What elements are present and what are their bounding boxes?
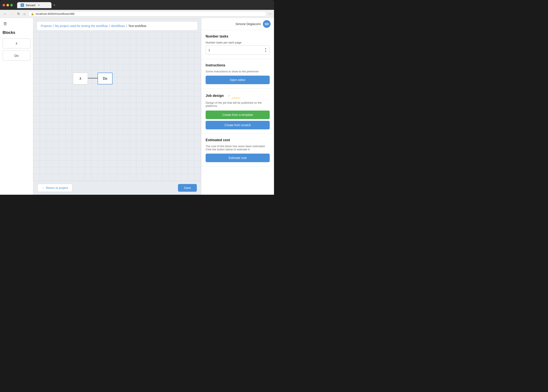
arrow-indicator: ←⎯⎯⎯ [227, 93, 240, 98]
nav-bar: ← → ↻ ⌂ 🔒 localhost:4000/#/workflows/486… [0, 10, 274, 18]
minimize-button[interactable] [7, 4, 9, 7]
user-header: Simone Degiacomi SD [201, 18, 274, 30]
number-tasks-value: 1 [208, 49, 210, 52]
breadcrumb-sep-3: / [126, 24, 127, 28]
instructions-section: Instructions Some instructions to show t… [201, 59, 274, 89]
arrow-yellow-icon: ←⎯⎯⎯ [227, 93, 240, 98]
servant-icon: ✦ [21, 3, 24, 7]
url-text: localhost:4000/#/workflows/486 [36, 12, 75, 15]
breadcrumb-sep-1: / [53, 24, 54, 28]
do-label: Do [103, 77, 107, 81]
tab-close-button[interactable]: ✕ [38, 4, 40, 7]
traffic-lights [3, 4, 13, 7]
connection-line [88, 78, 98, 78]
instructions-description: Some instructions to show to the perform… [206, 70, 270, 73]
title-bar: ✦ Servant ✕ + [0, 0, 274, 10]
user-name: Simone Degiacomi [236, 22, 261, 26]
bottom-bar: ← Return to project Save [33, 181, 201, 195]
close-button[interactable] [3, 4, 5, 7]
create-from-template-button[interactable]: Create from a template [206, 111, 270, 119]
block-do[interactable]: Do [3, 50, 30, 61]
return-to-project-button[interactable]: ← Return to project [37, 184, 72, 192]
spinner-up[interactable]: ▲ [264, 47, 267, 50]
job-design-description: Design of the job that will be published… [206, 101, 270, 107]
reload-button[interactable]: ↻ [16, 11, 21, 16]
lambda-label: λ [79, 77, 81, 81]
number-tasks-section: Number tasks Number tasks per each page … [201, 30, 274, 59]
job-design-section: Job design ←⎯⎯⎯ Design of the job that w… [201, 89, 274, 134]
estimate-cost-button[interactable]: Estimate cost [206, 154, 270, 162]
open-editor-button[interactable]: Open editor [206, 76, 270, 84]
breadcrumb: Projects / My project used for testing t… [37, 21, 198, 30]
job-design-header: Job design ←⎯⎯⎯ [206, 93, 270, 98]
home-button[interactable]: ⌂ [22, 12, 26, 16]
estimated-cost-section: Estimated cost The cost of this block ha… [201, 134, 274, 167]
job-design-title: Job design [206, 94, 224, 98]
save-button[interactable]: Save [178, 184, 197, 192]
more-button[interactable]: ··· [269, 12, 271, 16]
breadcrumb-projects[interactable]: Projects [41, 24, 52, 28]
main-canvas: Projects / My project used for testing t… [33, 18, 201, 195]
breadcrumb-workflows[interactable]: Workflows [111, 24, 125, 28]
block-lambda[interactable]: λ [3, 38, 30, 49]
app: ☰ Blocks λ Do Projects / My project used… [0, 18, 274, 195]
instructions-title: Instructions [206, 63, 270, 67]
breadcrumb-project-name[interactable]: My project used for testing the workflow [55, 24, 108, 28]
breadcrumb-current: Test workflow [128, 24, 146, 28]
estimated-cost-description: The cost of this block has never been es… [206, 145, 270, 151]
spinner-down[interactable]: ▼ [264, 50, 267, 53]
user-avatar: SD [263, 20, 271, 28]
tab-title: Servant [26, 4, 35, 7]
fullscreen-button[interactable] [10, 4, 13, 7]
right-panel: Simone Degiacomi SD Number tasks Number … [201, 18, 274, 195]
number-tasks-field-label: Number tasks per each page [206, 41, 270, 44]
nav-actions: ··· [269, 12, 271, 16]
create-from-scratch-button[interactable]: Create from scratch [206, 121, 270, 129]
forward-button[interactable]: → [9, 12, 14, 16]
hamburger-menu[interactable]: ☰ [3, 21, 30, 27]
canvas-area[interactable]: λ Do [33, 32, 201, 180]
user-initials: SD [265, 22, 269, 26]
tab-bar: ✦ Servant ✕ + [17, 2, 57, 8]
number-tasks-title: Number tasks [206, 35, 270, 38]
active-tab[interactable]: ✦ Servant ✕ [17, 2, 51, 8]
number-tasks-input[interactable]: 1 ▲ ▼ [206, 45, 270, 55]
workflow-node-do[interactable]: Do [98, 73, 113, 84]
estimated-cost-title: Estimated cost [206, 138, 270, 142]
blocks-title: Blocks [3, 30, 30, 35]
url-bar[interactable]: 🔒 localhost:4000/#/workflows/486 [28, 11, 267, 16]
number-tasks-spinner[interactable]: ▲ ▼ [264, 47, 267, 53]
breadcrumb-sep-2: / [109, 24, 110, 28]
back-button[interactable]: ← [3, 12, 8, 16]
sidebar: ☰ Blocks λ Do [0, 18, 33, 195]
new-tab-button[interactable]: + [51, 3, 57, 7]
workflow-node-lambda[interactable]: λ [73, 73, 88, 84]
lock-icon: 🔒 [31, 12, 34, 15]
